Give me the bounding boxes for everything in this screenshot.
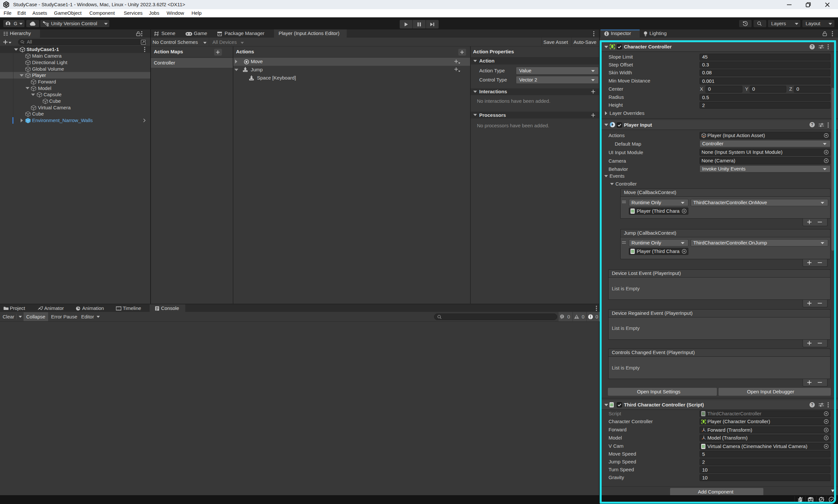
svg-text:?: ? [811,402,813,407]
svg-text:?: ? [811,44,813,49]
svg-text:?: ? [811,122,813,127]
